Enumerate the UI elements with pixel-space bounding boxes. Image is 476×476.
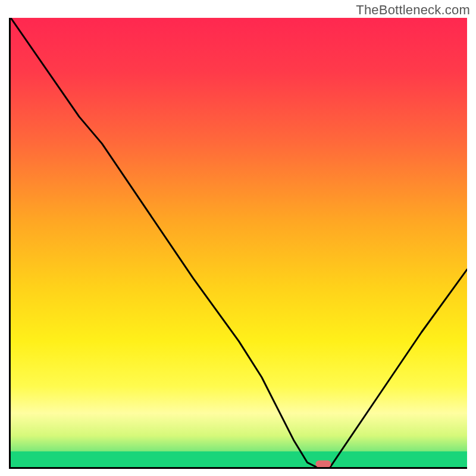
green-baseline-band: [11, 452, 467, 467]
chart-canvas: TheBottleneck.com: [0, 0, 476, 476]
optimal-point-marker: [315, 461, 331, 467]
plot-frame: [9, 18, 467, 469]
plot-svg: [11, 18, 467, 467]
watermark-text: TheBottleneck.com: [356, 2, 470, 18]
gradient-background: [11, 18, 467, 467]
